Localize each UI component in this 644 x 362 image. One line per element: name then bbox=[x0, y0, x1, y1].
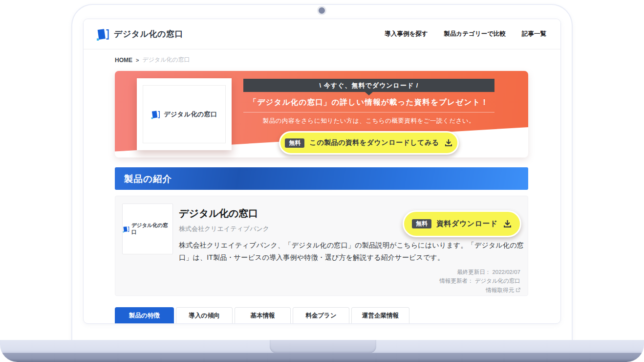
logo-book-icon bbox=[96, 27, 109, 41]
laptop-screen: デジタル化の窓口 導入事例を探す 製品カテゴリーで比較 記事一覧 HOME > … bbox=[72, 5, 572, 340]
product-company: 株式会社クリエイティブバンク bbox=[179, 225, 269, 233]
nav-item-compare-categories[interactable]: 製品カテゴリーで比較 bbox=[444, 30, 506, 38]
banner-subtext: 製品の内容をさらに知りたい方は、こちらの概要資料をご一読ください。 bbox=[263, 117, 475, 125]
nav-item-articles[interactable]: 記事一覧 bbox=[522, 30, 546, 38]
laptop-base-notch bbox=[270, 340, 376, 353]
browser-page: デジタル化の窓口 導入事例を探す 製品カテゴリーで比較 記事一覧 HOME > … bbox=[83, 19, 561, 324]
product-title: デジタル化の窓口 bbox=[179, 207, 258, 220]
nav-item-case-studies[interactable]: 導入事例を探す bbox=[385, 30, 428, 38]
meta-source-label: 情報取得元 bbox=[486, 286, 515, 294]
logo-text: デジタル化の窓口 bbox=[114, 28, 183, 40]
breadcrumb: HOME > デジタル化の窓口 bbox=[115, 56, 190, 64]
banner-ribbon: \ 今すぐ、無料でダウンロード / bbox=[243, 79, 494, 92]
brochure-logo-text: デジタル化の窓口 bbox=[164, 110, 217, 119]
laptop-base bbox=[0, 340, 644, 362]
site-logo[interactable]: デジタル化の窓口 bbox=[96, 27, 183, 41]
product-brochure-image-frame: デジタル化の窓口 bbox=[143, 85, 226, 143]
banner-headline: 「デジタル化の窓口」の詳しい情報が載った資料をプレゼント！ bbox=[249, 97, 489, 108]
product-thumbnail: デジタル化の窓口 bbox=[122, 204, 173, 254]
product-intro-card: デジタル化の窓口 デジタル化の窓口 株式会社クリエイティブバンク 無料 資料ダウ… bbox=[115, 196, 528, 296]
product-download-label: 資料ダウンロード bbox=[436, 219, 498, 228]
thumbnail-logo-text: デジタル化の窓口 bbox=[131, 222, 172, 236]
logo-book-icon bbox=[151, 110, 160, 119]
banner-download-label: この製品の資料をダウンロードしてみる bbox=[309, 138, 439, 147]
section-title: 製品の紹介 bbox=[124, 173, 172, 185]
product-brochure-image: デジタル化の窓口 bbox=[137, 78, 232, 150]
breadcrumb-separator: > bbox=[136, 57, 139, 63]
site-header: デジタル化の窓口 導入事例を探す 製品カテゴリーで比較 記事一覧 bbox=[84, 19, 560, 49]
product-meta: 最終更新日： 2022/02/07 情報更新者： デジタル化の窓口 情報取得元 bbox=[439, 268, 520, 294]
meta-source-link[interactable]: 情報取得元 bbox=[439, 286, 520, 294]
breadcrumb-home-link[interactable]: HOME bbox=[115, 57, 132, 64]
meta-updater: 情報更新者： デジタル化の窓口 bbox=[439, 276, 520, 285]
external-link-icon bbox=[515, 288, 520, 293]
banner-divider bbox=[243, 112, 494, 113]
breadcrumb-current: デジタル化の窓口 bbox=[142, 56, 190, 64]
tab-basic-info[interactable]: 基本情報 bbox=[235, 307, 291, 324]
logo-book-icon bbox=[123, 226, 129, 233]
section-header-product-intro: 製品の紹介 bbox=[115, 167, 528, 190]
webcam-dot-icon bbox=[319, 7, 325, 14]
banner-content-column: \ 今すぐ、無料でダウンロード / 「デジタル化の窓口」の詳しい情報が載った資料… bbox=[243, 79, 494, 155]
banner-download-button[interactable]: 無料 この製品の資料をダウンロードしてみる bbox=[279, 131, 459, 155]
free-badge: 無料 bbox=[412, 219, 431, 228]
product-description: 株式会社クリエイティブバンク、「デジタル化の窓口」の製品説明がこちらにはいります… bbox=[179, 239, 524, 263]
product-download-button[interactable]: 無料 資料ダウンロード bbox=[403, 210, 521, 237]
main-nav: 導入事例を探す 製品カテゴリーで比較 記事一覧 bbox=[385, 30, 546, 38]
download-icon bbox=[503, 219, 512, 228]
product-tabs: 製品の特徴 導入の傾向 基本情報 料金プラン 運営企業情報 bbox=[115, 307, 409, 324]
laptop-mockup: デジタル化の窓口 導入事例を探す 製品カテゴリーで比較 記事一覧 HOME > … bbox=[0, 0, 644, 362]
tab-adoption-trends[interactable]: 導入の傾向 bbox=[176, 307, 233, 324]
tab-pricing-plans[interactable]: 料金プラン bbox=[293, 307, 349, 324]
tab-operating-company[interactable]: 運営企業情報 bbox=[351, 307, 409, 324]
tab-product-features[interactable]: 製品の特徴 bbox=[115, 307, 174, 324]
free-badge: 無料 bbox=[285, 138, 304, 148]
download-promo-banner: デジタル化の窓口 \ 今すぐ、無料でダウンロード / 「デジタル化の窓口」の詳し… bbox=[115, 71, 528, 158]
meta-last-updated: 最終更新日： 2022/02/07 bbox=[439, 268, 520, 276]
download-icon bbox=[444, 138, 453, 147]
